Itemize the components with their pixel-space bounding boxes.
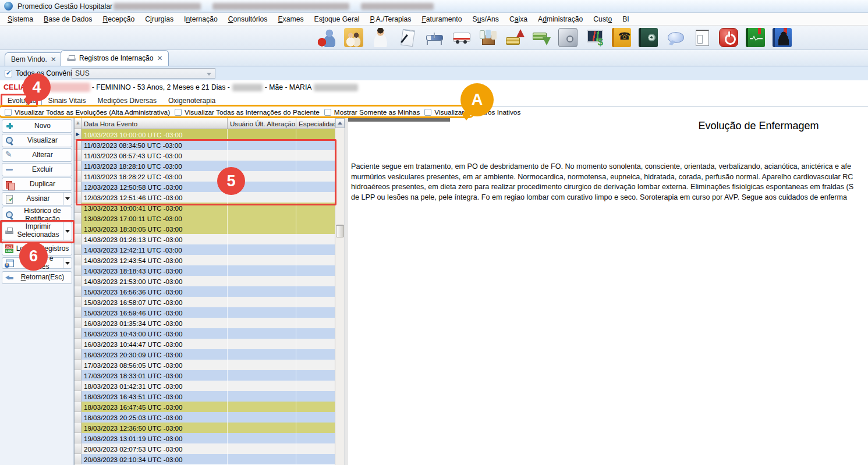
table-row[interactable]: 14/03/2023 01:26:13 UTC -03:00	[75, 234, 335, 244]
tab-medicoes-diversas[interactable]: Medições Diversas	[92, 95, 162, 107]
table-row[interactable]: 13/03/2023 10:00:41 UTC -03:00	[75, 203, 335, 213]
table-row[interactable]: 15/03/2023 16:59:46 UTC -03:00	[75, 307, 335, 318]
prescription-icon[interactable]	[398, 28, 417, 47]
row-selector[interactable]	[75, 443, 82, 454]
medical-log-icon[interactable]	[746, 28, 765, 47]
table-row[interactable]: 18/03/2023 20:25:03 UTC -03:00	[75, 412, 335, 423]
row-selector[interactable]	[75, 161, 82, 171]
close-tab-icon[interactable]: ✕	[157, 54, 162, 62]
convenio-select[interactable]: SUS	[72, 68, 215, 79]
menu-item-base-de-dados[interactable]: Base de Dados	[38, 14, 97, 24]
row-selector[interactable]	[75, 223, 82, 234]
hospital-bed-icon[interactable]	[424, 28, 444, 47]
close-tab-icon[interactable]: ✕	[51, 55, 56, 63]
menu-item-faturamento[interactable]: Faturamento	[416, 14, 467, 24]
tab-bem-vindo[interactable]: Bem Vindo. ✕	[5, 52, 63, 66]
column-header-data-hora[interactable]: Data Hora Evento	[82, 118, 228, 129]
ambulance-icon[interactable]	[451, 28, 470, 47]
row-selector[interactable]	[75, 402, 82, 412]
row-selector[interactable]	[75, 265, 82, 276]
table-row[interactable]: 15/03/2023 16:56:36 UTC -03:00	[75, 286, 335, 297]
row-selector[interactable]	[75, 192, 82, 203]
row-selector[interactable]	[75, 182, 82, 192]
excluir-button[interactable]: Excluir	[2, 163, 72, 176]
menu-item-sus-ans[interactable]: Sus/Ans	[467, 14, 504, 24]
invoice-icon[interactable]	[692, 28, 711, 47]
table-row[interactable]: ▶10/03/2023 10:00:00 UTC -03:00	[75, 129, 335, 140]
contacts-icon[interactable]	[773, 28, 792, 47]
menu-item-p-a-terapias[interactable]: P.A./Terapias	[364, 14, 416, 24]
row-selector[interactable]	[75, 381, 82, 391]
phonebook-icon[interactable]	[612, 28, 631, 47]
column-header-especialidade[interactable]: Especialidade	[296, 118, 335, 129]
menu-item-administra-o[interactable]: Administração	[533, 14, 588, 24]
visualizar-registros-inativos-checkbox[interactable]	[424, 109, 431, 116]
row-selector[interactable]	[75, 297, 82, 307]
row-selector[interactable]	[75, 391, 82, 402]
money-in-icon[interactable]	[505, 28, 524, 47]
table-row[interactable]: 16/03/2023 20:30:09 UTC -03:00	[75, 349, 335, 360]
table-row[interactable]: 17/03/2023 18:33:01 UTC -03:00	[75, 370, 335, 381]
menu-item-cirurgias[interactable]: Cirurgias	[140, 14, 179, 24]
menu-item-bi[interactable]: BI	[617, 14, 635, 24]
row-selector[interactable]	[75, 307, 82, 318]
menu-item-caixa[interactable]: Caixa	[504, 14, 533, 24]
money-out-icon[interactable]	[532, 28, 551, 47]
row-selector[interactable]	[75, 276, 82, 286]
row-selector[interactable]	[75, 370, 82, 381]
row-selector[interactable]	[75, 150, 82, 161]
row-selector[interactable]	[75, 454, 82, 464]
row-selector[interactable]: ▶	[75, 129, 82, 140]
table-row[interactable]: 12/03/2023 12:51:46 UTC -03:00	[75, 192, 335, 203]
assinar-button[interactable]: Assinar	[2, 192, 72, 205]
table-row[interactable]: 11/03/2023 18:28:22 UTC -03:00	[75, 171, 335, 182]
row-selector[interactable]	[75, 412, 82, 423]
finance-icon[interactable]	[585, 28, 604, 47]
menu-item-estoque-geral[interactable]: Estoque Geral	[309, 14, 365, 24]
supplies-icon[interactable]	[478, 28, 497, 47]
table-row[interactable]: 18/03/2023 16:47:45 UTC -03:00	[75, 402, 335, 412]
visualizar-todas-evolucoes-checkbox[interactable]	[5, 109, 12, 116]
escalas-dropdown[interactable]	[63, 258, 72, 268]
row-selector[interactable]	[75, 244, 82, 255]
table-row[interactable]: 13/03/2023 17:00:11 UTC -03:00	[75, 213, 335, 223]
menu-item-custo[interactable]: Custo	[588, 14, 617, 24]
visualizar-todas-internacoes-checkbox[interactable]	[175, 109, 182, 116]
row-selector[interactable]	[75, 349, 82, 360]
tab-oxigenoterapia[interactable]: Oxigenoterapia	[162, 95, 221, 107]
table-row[interactable]: 11/03/2023 08:57:43 UTC -03:00	[75, 150, 335, 161]
patients-folder-icon[interactable]	[344, 28, 363, 47]
row-selector[interactable]	[75, 433, 82, 443]
table-row[interactable]: 14/03/2023 12:43:54 UTC -03:00	[75, 255, 335, 265]
table-row[interactable]: 12/03/2023 12:50:58 UTC -03:00	[75, 182, 335, 192]
safe-icon[interactable]	[558, 28, 578, 47]
table-row[interactable]: 11/03/2023 08:34:50 UTC -03:00	[75, 140, 335, 150]
row-selector[interactable]	[75, 328, 82, 339]
table-row[interactable]: 11/03/2023 18:28:10 UTC -03:00	[75, 161, 335, 171]
menu-item-exames[interactable]: Exames	[272, 14, 309, 24]
retornar-button[interactable]: Retornar(Esc)	[2, 271, 72, 284]
alterar-button[interactable]: Alterar	[2, 148, 72, 162]
power-icon[interactable]	[719, 28, 738, 47]
table-row[interactable]: 20/03/2023 02:07:53 UTC -03:00	[75, 443, 335, 454]
imprimir-selecionadas-button[interactable]: Imprimir Selecionadas	[2, 222, 72, 240]
row-selector[interactable]	[75, 171, 82, 182]
menu-item-consult-rios[interactable]: Consultórios	[223, 14, 273, 24]
assinar-dropdown[interactable]	[63, 193, 72, 205]
scrollbar-thumb[interactable]	[336, 225, 344, 237]
novo-button[interactable]: Novo	[2, 119, 72, 133]
row-selector[interactable]	[75, 339, 82, 349]
table-row[interactable]: 14/03/2023 21:53:00 UTC -03:00	[75, 276, 335, 286]
menu-item-recep-o[interactable]: Recepção	[97, 14, 140, 24]
tab-evolucao[interactable]: Evolução	[2, 95, 42, 107]
table-row[interactable]: 20/03/2023 02:10:34 UTC -03:00	[75, 454, 335, 464]
row-selector[interactable]	[75, 234, 82, 244]
row-selector[interactable]	[75, 140, 82, 150]
row-selector[interactable]	[75, 360, 82, 370]
menu-item-interna-o[interactable]: Internação	[179, 14, 223, 24]
table-row[interactable]: 14/03/2023 18:18:43 UTC -03:00	[75, 265, 335, 276]
row-selector-header[interactable]: ✳	[75, 118, 82, 129]
table-row[interactable]: 19/03/2023 13:01:19 UTC -03:00	[75, 433, 335, 443]
table-row[interactable]: 16/03/2023 10:44:47 UTC -03:00	[75, 339, 335, 349]
table-row[interactable]: 15/03/2023 16:58:07 UTC -03:00	[75, 297, 335, 307]
